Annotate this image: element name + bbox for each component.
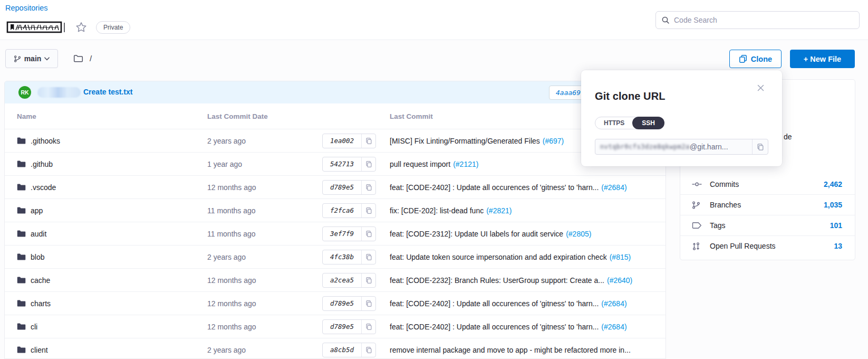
folder-icon — [17, 137, 26, 145]
sha-chip[interactable]: a8cb5d — [322, 343, 376, 357]
sha-value: a2cea5 — [323, 273, 361, 287]
pr-link[interactable]: (#697) — [543, 137, 564, 145]
file-listing-card: RK Create test.txt 4aaa69 Name Last Comm… — [4, 81, 666, 359]
stat-value[interactable]: 13 — [834, 242, 842, 250]
commit-date: 12 months ago — [207, 299, 322, 308]
clone-button-label: Clone — [751, 55, 772, 63]
header-last-commit-date: Last Commit Date — [207, 112, 322, 120]
commit-date: 11 months ago — [207, 230, 322, 238]
folder-icon — [17, 276, 26, 284]
sha-chip[interactable]: a2cea5 — [322, 273, 376, 288]
commit-message: [MISC] Fix Linting/Formatting/Generated … — [390, 137, 540, 145]
table-row[interactable]: app 11 months ago f2fca6 fix: [CDE-202]:… — [5, 199, 666, 222]
table-row[interactable]: cache 12 months ago a2cea5 feat: [CODE-2… — [5, 268, 666, 291]
repo-name-redacted — [6, 21, 69, 34]
app-root: Repositories Private — [0, 0, 868, 359]
stat-row-branches[interactable]: Branches 1,035 — [680, 194, 855, 215]
table-row[interactable]: audit 11 months ago 3ef7f9 feat: [CODE-2… — [5, 222, 666, 245]
copy-icon[interactable] — [361, 297, 375, 310]
copy-icon[interactable] — [361, 343, 375, 357]
repo-title-row: Private — [6, 20, 130, 35]
close-icon[interactable] — [756, 83, 765, 92]
star-icon[interactable] — [74, 20, 89, 35]
copy-icon[interactable] — [361, 250, 375, 264]
stat-label: Open Pull Requests — [710, 242, 834, 250]
stat-row-open-pull-requests[interactable]: Open Pull Requests 13 — [680, 235, 855, 256]
file-name: .github — [31, 160, 53, 168]
copy-icon[interactable] — [361, 320, 375, 334]
copy-icon[interactable] — [361, 227, 375, 241]
stat-value[interactable]: 1,035 — [824, 201, 842, 209]
sha-value: d789e5 — [323, 181, 361, 194]
sha-chip[interactable]: 3ef7f9 — [322, 226, 376, 241]
table-row[interactable]: client 2 years ago a8cb5d remove interna… — [5, 338, 666, 359]
copy-icon[interactable] — [361, 204, 375, 218]
sha-chip[interactable]: 542713 — [322, 157, 376, 172]
branch-selector[interactable]: main — [5, 49, 58, 68]
new-file-button[interactable]: + New File — [790, 50, 855, 68]
search-input[interactable] — [674, 16, 854, 24]
pr-link[interactable]: (#815) — [610, 253, 631, 261]
pr-link[interactable]: (#2805) — [566, 230, 591, 238]
chevron-down-icon — [44, 57, 50, 61]
clone-url-field[interactable]: nvtqbr0cfs3dze8qkwpm2a@git.harn... — [595, 139, 768, 155]
clone-button[interactable]: Clone — [729, 50, 782, 68]
table-row[interactable]: charts 12 months ago d789e5 feat: [CODE-… — [5, 291, 666, 315]
file-name: blob — [31, 253, 44, 261]
sha-chip[interactable]: d789e5 — [322, 319, 376, 334]
visibility-badge: Private — [96, 21, 130, 34]
git-branch-icon — [692, 201, 702, 210]
commit-message: pull request import — [390, 160, 450, 168]
breadcrumb[interactable]: Repositories — [5, 4, 48, 12]
file-name: audit — [31, 230, 46, 238]
clone-url-redacted: nvtqbr0cfs3dze8qkwpm2a — [600, 143, 690, 150]
copy-icon[interactable] — [361, 134, 375, 148]
protocol-toggle: HTTPS SSH — [595, 117, 664, 129]
sha-value: d789e5 — [323, 297, 361, 310]
protocol-option-ssh[interactable]: SSH — [632, 117, 664, 129]
sha-value: 542713 — [323, 157, 361, 171]
header-name: Name — [5, 112, 207, 120]
table-row[interactable]: cli 12 months ago d789e5 feat: [CODE-240… — [5, 315, 666, 338]
folder-icon — [17, 160, 26, 168]
pr-link[interactable]: (#2821) — [486, 206, 512, 215]
clone-url-suffix: @git.harn... — [690, 143, 728, 151]
search-icon — [661, 16, 670, 24]
sha-chip[interactable]: d789e5 — [322, 180, 376, 195]
latest-commit-link[interactable]: Create test.txt — [83, 88, 132, 96]
copy-icon[interactable] — [361, 181, 375, 194]
stat-row-commits[interactable]: Commits 2,462 — [680, 174, 855, 194]
commit-message: feat: [CODE-2402] : Update all occurence… — [390, 299, 599, 308]
file-name: .vscode — [31, 183, 56, 192]
table-row[interactable]: .githooks 2 years ago 1ea002 [MISC] Fix … — [5, 129, 666, 152]
sha-chip[interactable]: d789e5 — [322, 296, 376, 311]
copy-icon[interactable] — [752, 139, 768, 154]
table-row[interactable]: .github 1 year ago 542713 pull request i… — [5, 152, 666, 175]
table-row[interactable]: blob 2 years ago 4fc38b feat: Update tok… — [5, 245, 666, 268]
stat-value[interactable]: 2,462 — [824, 180, 842, 188]
page-header: Repositories Private — [0, 0, 868, 40]
commit-message: feat: [CODE-2402] : Update all occurence… — [390, 183, 599, 192]
copy-icon[interactable] — [361, 157, 375, 171]
path-folder-icon — [73, 54, 83, 63]
sha-chip[interactable]: f2fca6 — [322, 203, 376, 218]
content-area: main / Clone + New File RK Create test.t — [0, 41, 868, 359]
commit-date: 12 months ago — [207, 323, 322, 331]
pr-link[interactable]: (#2684) — [601, 323, 626, 331]
git-branch-icon — [14, 55, 21, 63]
pr-link[interactable]: (#2684) — [601, 299, 626, 308]
pr-link[interactable]: (#2684) — [601, 183, 626, 192]
commit-message: fix: [CDE-202]: list-dead func — [390, 206, 484, 215]
pr-link[interactable]: (#2640) — [607, 276, 632, 285]
sha-chip[interactable]: 4fc38b — [322, 250, 376, 264]
copy-icon[interactable] — [361, 273, 375, 287]
pr-link[interactable]: (#2121) — [453, 160, 478, 168]
sha-chip[interactable]: 1ea002 — [322, 134, 376, 148]
commit-message: remove internal package and move to app … — [390, 346, 631, 354]
protocol-option-https[interactable]: HTTPS — [595, 117, 633, 129]
stat-label: Commits — [710, 180, 824, 188]
stat-value[interactable]: 101 — [830, 221, 842, 230]
table-row[interactable]: .vscode 12 months ago d789e5 feat: [CODE… — [5, 175, 666, 199]
partial-hidden-text: de — [784, 133, 792, 141]
stat-row-tags[interactable]: Tags 101 — [680, 215, 855, 235]
